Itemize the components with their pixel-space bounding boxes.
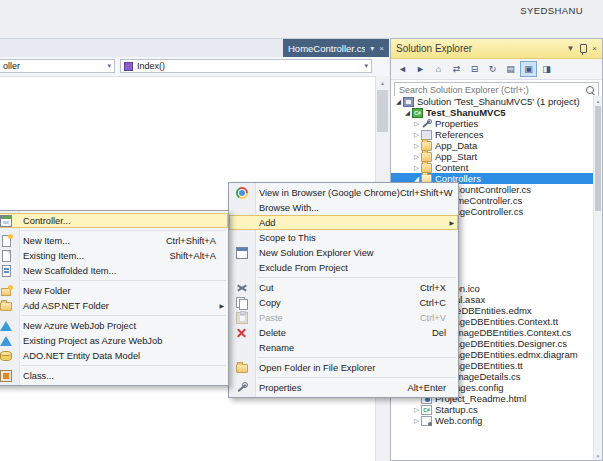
- window-icon: [236, 247, 248, 259]
- expander-icon[interactable]: [412, 118, 421, 129]
- class-icon: [0, 370, 12, 382]
- menu-item-scope-to-this[interactable]: Scope to This: [229, 230, 458, 245]
- context-menu: View in Browser (Google Chrome)Ctrl+Shif…: [228, 182, 459, 398]
- azure-icon: [0, 336, 12, 346]
- type-dropdown[interactable]: oller ▾: [0, 59, 115, 73]
- solution-explorer-scrollbar[interactable]: ▴ ▾: [593, 96, 602, 460]
- tree-item-project[interactable]: Test_ShanuMVC5: [391, 107, 593, 118]
- expander-icon[interactable]: [403, 107, 412, 118]
- document-tab-strip: HomeController.cs ▾ ×: [0, 39, 389, 57]
- menu-item-cut[interactable]: CutCtrl+X: [229, 280, 458, 295]
- panel-title: Solution Explorer: [396, 43, 561, 54]
- menu-item-properties[interactable]: PropertiesAlt+Enter: [229, 380, 458, 395]
- tree-item-label: ImageDBEntities.Context.cs: [453, 327, 571, 338]
- member-dropdown[interactable]: Index() ▾: [120, 59, 372, 73]
- tree-item-label: References: [435, 129, 484, 140]
- menu-item-view-in-browser[interactable]: View in Browser (Google Chrome)Ctrl+Shif…: [229, 185, 458, 200]
- tree-item-properties[interactable]: Properties: [391, 118, 593, 129]
- solution-explorer-toolbar: ◄ ► ⌂ ⇄ ⊟ ↻ ▤ ▣ ◨: [391, 59, 602, 80]
- chrome-icon: [236, 187, 248, 199]
- signed-in-user[interactable]: SYEDSHANU: [520, 5, 583, 16]
- submenu-item-new-item[interactable]: New Item...Ctrl+Shift+A: [0, 233, 228, 248]
- submenu-item-new-folder[interactable]: New Folder: [0, 283, 228, 298]
- back-icon[interactable]: ◄: [394, 61, 411, 77]
- tree-item-label: App_Data: [435, 140, 477, 151]
- add-submenu: Controller... New Item...Ctrl+Shift+A Ex…: [0, 210, 229, 386]
- member-dropdown-text: Index(): [137, 61, 165, 71]
- expander-icon[interactable]: [412, 151, 421, 162]
- delete-icon: [236, 327, 248, 339]
- expander-icon[interactable]: [412, 415, 421, 426]
- expander-icon[interactable]: [394, 96, 403, 107]
- tree-item-label: ImageDBEntities.edmx.diagram: [444, 349, 578, 360]
- wrench-icon: [236, 382, 248, 394]
- menu-item-open-folder-in-file-explorer[interactable]: Open Folder in File Explorer: [229, 360, 458, 375]
- expander-icon[interactable]: [412, 162, 421, 173]
- scrollbar-thumb[interactable]: [595, 106, 601, 211]
- scroll-down-icon[interactable]: ▾: [594, 451, 602, 460]
- submenu-item-existing-project-as-azure-webjob[interactable]: Existing Project as Azure WebJob: [0, 333, 228, 348]
- menu-item-browse-with[interactable]: Browse With...: [229, 200, 458, 215]
- sync-with-active-document-icon[interactable]: ⇄: [448, 61, 465, 77]
- submenu-item-class[interactable]: Class...: [0, 368, 228, 383]
- close-icon[interactable]: ×: [592, 44, 597, 53]
- tab-dropdown-icon[interactable]: ▾: [370, 44, 374, 53]
- scroll-up-icon[interactable]: ▴: [376, 76, 389, 88]
- expander-icon[interactable]: [412, 404, 421, 415]
- chevron-down-icon[interactable]: ▾: [107, 62, 111, 70]
- menu-item-new-solution-explorer-view[interactable]: New Solution Explorer View: [229, 245, 458, 260]
- tree-item-label: Solution 'Test_ShanuMVC5' (1 project): [417, 96, 580, 107]
- submenu-arrow-icon: ▶: [219, 302, 224, 309]
- azure-icon: [0, 321, 12, 331]
- refresh-icon[interactable]: ↻: [484, 61, 501, 77]
- menu-item-copy[interactable]: CopyCtrl+C: [229, 295, 458, 310]
- solution-explorer-header[interactable]: Solution Explorer ▼ ×: [391, 39, 602, 59]
- submenu-item-new-scaffolded-item[interactable]: New Scaffolded Item...: [0, 263, 228, 278]
- tree-item-label: Properties: [435, 118, 478, 129]
- collapse-all-icon[interactable]: ⊟: [466, 61, 483, 77]
- submenu-item-existing-item[interactable]: Existing Item...Shift+Alt+A: [0, 248, 228, 263]
- menu-item-exclude-from-project[interactable]: Exclude From Project: [229, 260, 458, 275]
- preview-selected-items-icon[interactable]: ◨: [538, 61, 555, 77]
- menu-item-delete[interactable]: DeleteDel: [229, 325, 458, 340]
- tree-item-solution[interactable]: Solution 'Test_ShanuMVC5' (1 project): [391, 96, 593, 107]
- new-folder-icon: [1, 288, 11, 296]
- tree-item-label: Web.config: [435, 415, 482, 426]
- chevron-down-icon[interactable]: ▾: [364, 62, 368, 70]
- search-input[interactable]: [399, 85, 582, 95]
- scaffold-icon: [2, 265, 11, 277]
- properties-window-icon[interactable]: ▣: [520, 61, 537, 77]
- submenu-item-adonet-entity-data-model[interactable]: ADO.NET Entity Data Model: [0, 348, 228, 363]
- search-icon[interactable]: [586, 86, 594, 94]
- scissors-icon: [236, 282, 248, 294]
- home-icon[interactable]: ⌂: [430, 61, 447, 77]
- show-all-files-icon[interactable]: ▤: [502, 61, 519, 77]
- submenu-item-add-aspnet-folder[interactable]: Add ASP.NET Folder▶: [0, 298, 228, 313]
- menu-item-rename[interactable]: Rename: [229, 340, 458, 355]
- menu-separator: [21, 315, 226, 316]
- tree-item-label: ImageDBEntities.Context.tt: [444, 316, 558, 327]
- tree-item-label: App_Start: [435, 151, 477, 162]
- submenu-item-controller[interactable]: Controller...: [0, 213, 228, 228]
- scroll-up-icon[interactable]: ▴: [594, 96, 602, 105]
- folder-icon: [0, 302, 12, 311]
- editor-navigation-bar: oller ▾ Index() ▾: [0, 57, 389, 77]
- expander-icon[interactable]: [412, 140, 421, 151]
- tree-item-label: Content: [435, 162, 468, 173]
- solution-icon: [403, 97, 414, 107]
- vs-window: SYEDSHANU HomeController.cs ▾ × oller ▾ …: [0, 0, 603, 461]
- forward-icon[interactable]: ►: [412, 61, 429, 77]
- tree-item-label: Test_ShanuMVC5: [426, 107, 506, 118]
- window-position-icon[interactable]: ▼: [566, 44, 574, 53]
- tab-homecontroller[interactable]: HomeController.cs ▾ ×: [283, 39, 389, 57]
- tree-item-web-config[interactable]: Web.config: [391, 415, 593, 426]
- expander-icon[interactable]: [412, 129, 421, 140]
- menu-item-add[interactable]: Add▶: [229, 215, 458, 230]
- method-icon: [124, 62, 133, 71]
- submenu-item-new-azure-webjob-project[interactable]: New Azure WebJob Project: [0, 318, 228, 333]
- tree-item-label: ImageDetails.cs: [453, 371, 521, 382]
- pin-icon[interactable]: [580, 44, 587, 53]
- tab-close-icon[interactable]: ×: [379, 44, 384, 53]
- tree-item-startup[interactable]: Startup.cs: [391, 404, 593, 415]
- scrollbar-thumb[interactable]: [377, 90, 388, 132]
